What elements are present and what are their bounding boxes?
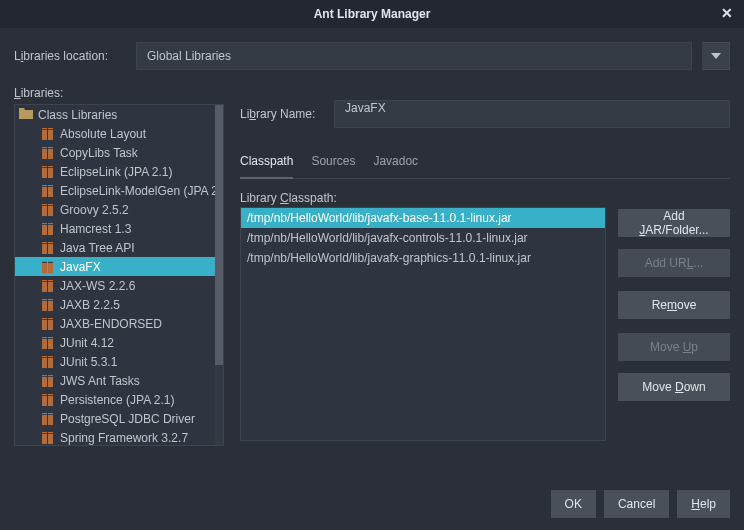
svg-rect-35 [48, 281, 53, 282]
library-icon [41, 261, 55, 273]
svg-rect-14 [42, 186, 47, 187]
svg-rect-6 [42, 148, 47, 149]
classpath-label: Library Classpath: [240, 191, 606, 205]
library-icon [41, 394, 55, 406]
svg-rect-42 [42, 319, 47, 320]
tree-item-label: JavaFX [60, 260, 101, 274]
library-icon [41, 337, 55, 349]
svg-rect-34 [42, 281, 47, 282]
tree-item[interactable]: Java Tree API [15, 238, 215, 257]
svg-rect-62 [42, 414, 47, 415]
tab-sources[interactable]: Sources [311, 150, 355, 178]
svg-rect-50 [42, 357, 47, 358]
folder-icon [19, 107, 33, 122]
classpath-list[interactable]: /tmp/nb/HelloWorld/lib/javafx-base-11.0.… [240, 207, 606, 441]
location-combobox[interactable]: Global Libraries [136, 42, 692, 70]
location-dropdown-button[interactable] [702, 42, 730, 70]
classpath-item[interactable]: /tmp/nb/HelloWorld/lib/javafx-base-11.0.… [241, 208, 605, 228]
remove-button[interactable]: Remove [618, 291, 730, 319]
cancel-button[interactable]: Cancel [604, 490, 669, 518]
location-label: Libraries location: [14, 49, 126, 63]
tree-item[interactable]: JUnit 5.3.1 [15, 352, 215, 371]
close-icon[interactable]: ✕ [718, 4, 736, 22]
library-name-input[interactable]: JavaFX [334, 100, 730, 128]
svg-rect-2 [42, 129, 47, 130]
svg-rect-58 [42, 395, 47, 396]
tree-item[interactable]: CopyLibs Task [15, 143, 215, 162]
library-name-value: JavaFX [345, 101, 386, 115]
library-icon [41, 375, 55, 387]
tree-item-label: PostgreSQL JDBC Driver [60, 412, 195, 426]
library-icon [41, 166, 55, 178]
tree-item[interactable]: JavaFX [15, 257, 215, 276]
libraries-tree[interactable]: Class LibrariesAbsolute LayoutCopyLibs T… [14, 104, 224, 446]
scrollbar-thumb[interactable] [215, 105, 223, 365]
svg-rect-54 [42, 376, 47, 377]
library-icon [41, 280, 55, 292]
title-bar: Ant Library Manager ✕ [0, 0, 744, 28]
svg-rect-38 [42, 300, 47, 301]
tree-item-label: Java Tree API [60, 241, 135, 255]
classpath-item[interactable]: /tmp/nb/HelloWorld/lib/javafx-controls-1… [241, 228, 605, 248]
svg-rect-22 [42, 224, 47, 225]
tree-item-label: JWS Ant Tasks [60, 374, 140, 388]
svg-rect-10 [42, 167, 47, 168]
svg-rect-43 [48, 319, 53, 320]
library-icon [41, 128, 55, 140]
ok-button[interactable]: OK [551, 490, 596, 518]
svg-rect-18 [42, 205, 47, 206]
libraries-label: Libraries: [14, 86, 224, 100]
tree-item[interactable]: Groovy 2.5.2 [15, 200, 215, 219]
tree-item[interactable]: Absolute Layout [15, 124, 215, 143]
tree-item-label: JUnit 4.12 [60, 336, 114, 350]
tree-item-label: JAXB-ENDORSED [60, 317, 162, 331]
tree-item[interactable]: JAXB-ENDORSED [15, 314, 215, 333]
tree-item[interactable]: Persistence (JPA 2.1) [15, 390, 215, 409]
tree-item-label: EclipseLink (JPA 2.1) [60, 165, 173, 179]
tree-item[interactable]: JAXB 2.2.5 [15, 295, 215, 314]
tree-item-label: EclipseLink-ModelGen (JPA 2.1) [60, 184, 215, 198]
tree-item[interactable]: EclipseLink-ModelGen (JPA 2.1) [15, 181, 215, 200]
library-name-label: Library Name: [240, 107, 322, 121]
tree-item[interactable]: PostgreSQL JDBC Driver [15, 409, 215, 428]
tree-item-label: Groovy 2.5.2 [60, 203, 129, 217]
tree-item-label: Absolute Layout [60, 127, 146, 141]
tree-item[interactable]: JUnit 4.12 [15, 333, 215, 352]
svg-rect-55 [48, 376, 53, 377]
library-icon [41, 223, 55, 235]
tree-item[interactable]: EclipseLink (JPA 2.1) [15, 162, 215, 181]
tab-classpath[interactable]: Classpath [240, 150, 293, 178]
tree-root[interactable]: Class Libraries [15, 105, 215, 124]
library-icon [41, 204, 55, 216]
library-icon [41, 356, 55, 368]
svg-rect-46 [42, 338, 47, 339]
close-glyph: ✕ [721, 5, 733, 21]
tree-item-label: Hamcrest 1.3 [60, 222, 131, 236]
add-url-button[interactable]: Add URL... [618, 249, 730, 277]
tabs: Classpath Sources Javadoc [240, 142, 730, 179]
tree-item[interactable]: JWS Ant Tasks [15, 371, 215, 390]
svg-rect-27 [48, 243, 53, 244]
svg-rect-23 [48, 224, 53, 225]
dialog-button-bar: OK Cancel Help [551, 490, 730, 518]
library-icon [41, 299, 55, 311]
add-jar-button[interactable]: Add JAR/Folder... [618, 209, 730, 237]
tree-item-label: CopyLibs Task [60, 146, 138, 160]
svg-rect-67 [48, 433, 53, 434]
help-button[interactable]: Help [677, 490, 730, 518]
classpath-item[interactable]: /tmp/nb/HelloWorld/lib/javafx-graphics-1… [241, 248, 605, 268]
move-down-button[interactable]: Move Down [618, 373, 730, 401]
location-value: Global Libraries [147, 49, 231, 63]
move-up-button[interactable]: Move Up [618, 333, 730, 361]
tree-item-label: Spring Framework 3.2.7 [60, 431, 188, 445]
svg-rect-7 [48, 148, 53, 149]
tree-item-label: JAX-WS 2.2.6 [60, 279, 135, 293]
libraries-scrollbar[interactable] [215, 105, 223, 445]
tree-item[interactable]: JAX-WS 2.2.6 [15, 276, 215, 295]
tree-item[interactable]: Hamcrest 1.3 [15, 219, 215, 238]
tab-javadoc[interactable]: Javadoc [373, 150, 418, 178]
svg-rect-66 [42, 433, 47, 434]
tree-item-label: JAXB 2.2.5 [60, 298, 120, 312]
chevron-down-icon [711, 53, 721, 59]
tree-item[interactable]: Spring Framework 3.2.7 [15, 428, 215, 445]
